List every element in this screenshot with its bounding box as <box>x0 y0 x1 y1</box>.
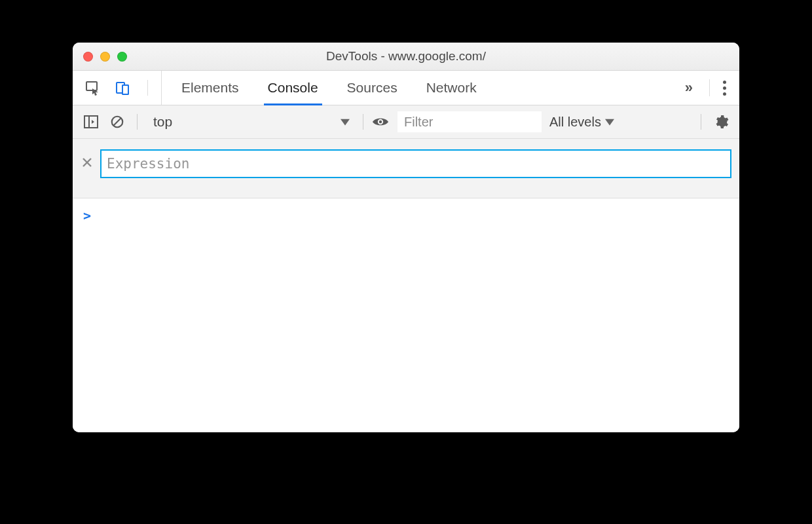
devtools-tabs-row: Elements Console Sources Network » <box>73 71 739 105</box>
console-prompt-caret: > <box>83 208 91 223</box>
clear-console-icon[interactable] <box>108 113 126 131</box>
svg-line-7 <box>114 119 121 126</box>
live-expression-input[interactable] <box>100 149 731 178</box>
tab-elements[interactable]: Elements <box>181 71 239 105</box>
window-minimize-button[interactable] <box>100 52 110 62</box>
execution-context-selector[interactable]: top <box>148 111 355 133</box>
console-filter-input[interactable] <box>397 111 542 132</box>
traffic-lights <box>73 52 127 62</box>
svg-rect-2 <box>122 85 128 94</box>
console-settings-gear-icon[interactable] <box>712 113 730 131</box>
separator <box>709 79 710 96</box>
window-title: DevTools - www.google.com/ <box>73 49 739 64</box>
separator <box>363 114 363 130</box>
svg-rect-0 <box>86 82 97 90</box>
dropdown-caret-icon <box>341 114 350 130</box>
live-expression-eye-icon[interactable] <box>371 113 390 131</box>
log-levels-selector[interactable]: All levels <box>549 115 614 130</box>
inspect-element-icon[interactable] <box>83 79 101 97</box>
more-menu-button[interactable] <box>719 81 730 96</box>
live-expression-row <box>73 139 739 198</box>
window-zoom-button[interactable] <box>117 52 127 62</box>
dropdown-caret-icon <box>605 115 614 130</box>
window-titlebar: DevTools - www.google.com/ <box>73 43 739 71</box>
separator <box>147 80 148 96</box>
overflow-tabs-button[interactable]: » <box>680 79 696 96</box>
tab-console[interactable]: Console <box>268 71 318 105</box>
tabs-right-tools: » <box>671 71 739 105</box>
console-toolbar: top All levels <box>73 105 739 139</box>
console-sidebar-toggle-icon[interactable] <box>82 113 100 131</box>
svg-point-9 <box>379 121 382 123</box>
tabs-list: Elements Console Sources Network <box>162 71 496 105</box>
log-levels-label: All levels <box>549 115 601 130</box>
separator <box>701 114 701 130</box>
window-close-button[interactable] <box>83 52 93 62</box>
console-output-area[interactable]: > <box>73 198 739 432</box>
tab-network[interactable]: Network <box>426 71 477 105</box>
tabs-left-tools <box>73 71 162 105</box>
close-icon[interactable] <box>81 157 94 171</box>
execution-context-label: top <box>153 114 172 130</box>
separator <box>137 114 138 130</box>
device-toolbar-icon[interactable] <box>113 79 132 97</box>
devtools-window: DevTools - www.google.com/ Elements <box>73 43 739 432</box>
svg-rect-4 <box>84 116 98 128</box>
tab-sources[interactable]: Sources <box>347 71 397 105</box>
